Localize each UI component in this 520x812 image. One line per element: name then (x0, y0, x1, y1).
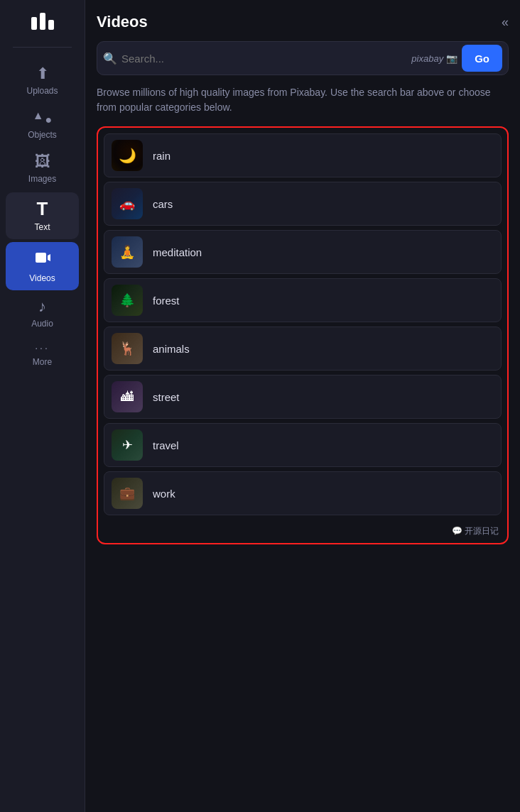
search-input[interactable] (121, 53, 407, 65)
text-icon: T (37, 199, 48, 218)
sidebar-divider (13, 47, 72, 48)
audio-icon: ♪ (38, 299, 46, 314)
category-item-street[interactable]: street (104, 375, 502, 419)
category-thumb-street (112, 381, 143, 412)
app-logo (31, 13, 54, 30)
category-thumb-rain (112, 140, 143, 171)
videos-label: Videos (29, 273, 55, 283)
uploads-icon: ⬆ (36, 66, 49, 82)
svg-marker-1 (48, 254, 50, 261)
images-icon: 🖼 (35, 154, 50, 170)
page-title: Videos (97, 13, 148, 31)
category-item-meditation[interactable]: meditation (104, 230, 502, 274)
sidebar-item-text[interactable]: T Text (6, 192, 79, 239)
images-label: Images (28, 174, 56, 184)
go-button[interactable]: Go (462, 45, 502, 72)
watermark: 💬 开源日记 (104, 525, 502, 537)
audio-label: Audio (31, 319, 53, 329)
category-thumb-meditation (112, 236, 143, 268)
category-thumb-cars (112, 188, 143, 219)
category-label-rain: rain (153, 150, 170, 162)
category-label-street: street (153, 391, 180, 403)
category-item-animals[interactable]: animals (104, 327, 502, 371)
search-bar: 🔍 pixabay 📷 Go (97, 41, 509, 75)
category-item-travel[interactable]: travel (104, 423, 502, 467)
sidebar-item-objects[interactable]: ▲● Objects (0, 103, 85, 147)
sidebar-item-videos[interactable]: Videos (6, 242, 79, 290)
sidebar-item-uploads[interactable]: ⬆ Uploads (0, 59, 85, 103)
categories-container: rain cars meditation forest animals stre… (97, 126, 509, 544)
category-label-travel: travel (153, 439, 179, 451)
browse-description: Browse millions of high quality images f… (97, 85, 509, 115)
category-thumb-animals (112, 333, 143, 364)
pixabay-camera-icon: 📷 (446, 53, 457, 64)
pixabay-logo: pixabay 📷 (411, 53, 457, 64)
watermark-icon: 💬 (452, 526, 462, 536)
svg-rect-0 (36, 253, 46, 263)
category-label-forest: forest (153, 295, 180, 307)
text-label: Text (34, 222, 50, 232)
collapse-button[interactable]: « (502, 15, 509, 30)
videos-icon (34, 249, 51, 269)
objects-label: Objects (28, 130, 57, 140)
category-label-meditation: meditation (153, 246, 202, 258)
main-content: Videos « 🔍 pixabay 📷 Go Browse millions … (85, 0, 520, 812)
category-item-rain[interactable]: rain (104, 133, 502, 177)
more-icon: ··· (35, 343, 50, 353)
category-item-forest[interactable]: forest (104, 278, 502, 322)
category-thumb-travel (112, 429, 143, 461)
objects-icon: ▲● (33, 110, 53, 126)
search-icon: 🔍 (103, 52, 117, 65)
category-label-cars: cars (153, 198, 173, 210)
more-label: More (33, 357, 52, 367)
category-thumb-forest (112, 285, 143, 316)
category-label-work: work (153, 488, 175, 500)
category-label-animals: animals (153, 343, 190, 355)
uploads-label: Uploads (26, 86, 58, 96)
sidebar-item-audio[interactable]: ♪ Audio (0, 292, 85, 336)
sidebar-item-images[interactable]: 🖼 Images (0, 147, 85, 191)
main-header: Videos « (97, 13, 509, 31)
category-item-work[interactable]: work (104, 471, 502, 515)
pixabay-text: pixabay (411, 53, 443, 64)
sidebar-item-more[interactable]: ··· More (0, 336, 85, 374)
category-item-cars[interactable]: cars (104, 182, 502, 226)
sidebar: ⬆ Uploads ▲● Objects 🖼 Images T Text Vid… (0, 0, 85, 812)
category-thumb-work (112, 478, 143, 509)
watermark-text: 开源日记 (465, 526, 499, 536)
